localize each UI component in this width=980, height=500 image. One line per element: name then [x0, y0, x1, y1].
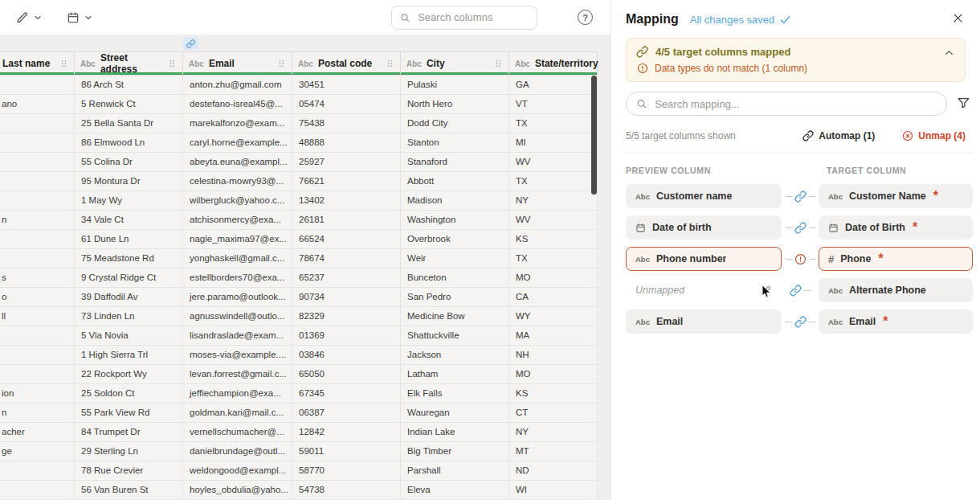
- cell[interactable]: Overbrook: [401, 230, 509, 249]
- preview-column-pill[interactable]: Date of birth: [626, 215, 782, 240]
- cell[interactable]: hoyles_obdulia@yaho...: [183, 481, 292, 500]
- cell[interactable]: [0, 365, 75, 384]
- cell[interactable]: 58770: [292, 461, 401, 481]
- drag-handle-icon[interactable]: [59, 59, 68, 68]
- cell[interactable]: 75438: [292, 114, 401, 133]
- cell[interactable]: Latham: [401, 365, 509, 384]
- cell[interactable]: wilbergluck@yahoo.c...: [183, 191, 292, 211]
- filter-button[interactable]: [957, 96, 970, 112]
- cell[interactable]: MT: [509, 442, 598, 461]
- cell[interactable]: 86 Arch St: [75, 76, 183, 95]
- cell[interactable]: lisandraslade@exam...: [183, 326, 292, 346]
- cell[interactable]: 01369: [292, 326, 401, 346]
- cell[interactable]: 55 Park View Rd: [75, 404, 183, 423]
- date-tool-button[interactable]: [67, 11, 93, 24]
- cell[interactable]: danielbrundage@outl...: [183, 442, 292, 461]
- column-header-email[interactable]: Abc Email: [183, 51, 292, 76]
- cell[interactable]: 25927: [292, 153, 401, 172]
- cell[interactable]: 78674: [292, 249, 401, 268]
- cell[interactable]: 06387: [292, 404, 401, 423]
- cell[interactable]: levan.forrest@gmail.c...: [183, 365, 292, 384]
- cell[interactable]: n: [0, 211, 75, 230]
- cell[interactable]: [0, 191, 75, 211]
- cell[interactable]: 25 Soldon Ct: [75, 384, 183, 404]
- cell[interactable]: 78 Rue Crevier: [75, 461, 183, 481]
- target-column-pill[interactable]: Abc Email *: [819, 309, 973, 334]
- cell[interactable]: Dodd City: [401, 114, 509, 133]
- cell[interactable]: VT: [509, 95, 598, 114]
- cell[interactable]: Pulaski: [401, 76, 509, 95]
- cell[interactable]: Parshall: [401, 461, 509, 481]
- cell[interactable]: 82329: [292, 307, 401, 326]
- cell[interactable]: MO: [509, 268, 598, 288]
- cell[interactable]: 48888: [292, 133, 401, 153]
- drag-handle-icon[interactable]: [494, 59, 503, 68]
- cell[interactable]: abeyta.euna@exampl...: [183, 153, 292, 172]
- target-column-pill[interactable]: Date of Birth *: [819, 215, 973, 240]
- cell[interactable]: acher: [0, 423, 75, 442]
- cell[interactable]: 65050: [292, 365, 401, 384]
- cell[interactable]: Jackson: [401, 346, 509, 365]
- cell[interactable]: WV: [509, 153, 598, 172]
- cell[interactable]: TX: [509, 249, 598, 268]
- cell[interactable]: 9 Crystal Ridge Ct: [75, 268, 183, 288]
- cell[interactable]: atchisonmercy@exa...: [183, 211, 292, 230]
- cell[interactable]: goldman.kari@mail.c...: [183, 404, 292, 423]
- cell[interactable]: NH: [509, 346, 598, 365]
- cell[interactable]: 26181: [292, 211, 401, 230]
- drag-handle-icon[interactable]: [386, 59, 394, 68]
- edit-mapping-button[interactable]: [761, 285, 772, 296]
- cell[interactable]: s: [0, 268, 75, 288]
- cell[interactable]: 84 Trumpet Dr: [75, 423, 183, 442]
- column-header-postal-code[interactable]: Abc Postal code: [292, 51, 401, 76]
- column-header-last-name[interactable]: Last name: [0, 51, 75, 76]
- cell[interactable]: [0, 230, 75, 249]
- cell[interactable]: marekalfonzo@exam...: [183, 114, 292, 133]
- cell[interactable]: Washington: [401, 211, 509, 230]
- cell[interactable]: TX: [509, 172, 598, 191]
- cell[interactable]: n: [0, 404, 75, 423]
- cell[interactable]: anton.zhu@gmail.com: [183, 76, 292, 95]
- column-header-state-territory[interactable]: Abc State/territory: [509, 51, 598, 76]
- cell[interactable]: 61 Dune Ln: [75, 230, 183, 249]
- search-columns-field[interactable]: [391, 6, 537, 30]
- cell[interactable]: 66524: [292, 230, 401, 249]
- cell[interactable]: WI: [509, 481, 598, 500]
- cell[interactable]: NY: [509, 191, 598, 211]
- cell[interactable]: ge: [0, 442, 75, 461]
- cell[interactable]: 1 High Sierra Trl: [75, 346, 183, 365]
- cell[interactable]: 65237: [292, 268, 401, 288]
- cell[interactable]: 55 Colina Dr: [75, 153, 183, 172]
- vertical-scrollbar[interactable]: [591, 76, 597, 500]
- cell[interactable]: Eleva: [401, 481, 509, 500]
- cell[interactable]: CT: [509, 404, 598, 423]
- drag-handle-icon[interactable]: [277, 59, 286, 68]
- cell[interactable]: TX: [509, 114, 598, 133]
- preview-column-pill[interactable]: Abc Customer name: [626, 184, 782, 208]
- link-icon[interactable]: [794, 222, 806, 234]
- cell[interactable]: WY: [509, 307, 598, 326]
- cell[interactable]: 29 Sterling Ln: [75, 442, 183, 461]
- preview-column-pill-unmapped[interactable]: Unmapped: [626, 278, 782, 302]
- cell[interactable]: 90734: [292, 288, 401, 307]
- help-button[interactable]: ?: [578, 10, 593, 25]
- cell[interactable]: MO: [509, 365, 598, 384]
- column-header-street-address[interactable]: Abc Street address: [75, 51, 183, 76]
- cell[interactable]: 25 Bella Santa Dr: [75, 114, 183, 133]
- cell[interactable]: yonghaskell@gmail.c...: [183, 249, 292, 268]
- cell[interactable]: destefano-isreal45@...: [183, 95, 292, 114]
- cell[interactable]: caryl.horne@example...: [183, 133, 292, 153]
- cell[interactable]: [0, 326, 75, 346]
- preview-column-pill[interactable]: Abc Phone number: [626, 247, 782, 271]
- cell[interactable]: 73 Linden Ln: [75, 307, 183, 326]
- automap-button[interactable]: Automap (1): [798, 129, 880, 142]
- cell[interactable]: Medicine Bow: [401, 307, 509, 326]
- cell[interactable]: 56 Van Buren St: [75, 481, 183, 500]
- cell[interactable]: 12842: [292, 423, 401, 442]
- cell[interactable]: 39 Daffodil Av: [75, 288, 183, 307]
- cell[interactable]: jeffiechampion@exa...: [183, 384, 292, 404]
- cell[interactable]: ano: [0, 95, 75, 114]
- cell[interactable]: 67345: [292, 384, 401, 404]
- cell[interactable]: [0, 346, 75, 365]
- cell[interactable]: KS: [509, 230, 598, 249]
